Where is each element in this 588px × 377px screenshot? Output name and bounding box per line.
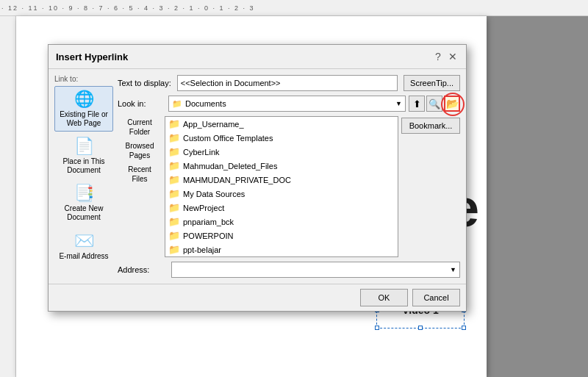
address-row: Address: ▼ [118,262,460,278]
up-one-level-button[interactable]: ⬆ [409,96,425,112]
folder-icon: 📁 [168,216,180,227]
address-input-container[interactable]: ▼ [171,262,460,278]
handle-bl [375,326,379,330]
lookin-folder-icon: 📁 [172,99,182,109]
dialog-titlebar: Insert Hyperlink ? ✕ [49,45,466,69]
lookin-value: Documents [185,99,395,108]
close-button[interactable]: ✕ [447,51,459,62]
text-to-display-label: Text to display: [118,79,171,87]
folder-icon: 📁 [168,202,180,213]
folder-icon: 📁 [168,146,180,157]
sidebar-label-existing-file: Existing File or Web Page [57,110,111,128]
list-item[interactable]: 📁 My Data Sources [165,187,398,201]
recent-files-nav[interactable]: RecentFiles [118,163,162,185]
folder-icon: 📁 [168,160,180,171]
folder-icon: 📁 [168,118,180,129]
sidebar-item-existing-file[interactable]: 🌐 Existing File or Web Page [54,86,113,132]
place-in-doc-icon: 📄 [74,137,94,156]
file-name: pnpariam_bck [183,218,234,226]
ruler-side [0,16,16,377]
lookin-row: Look in: 📁 Documents ▼ ⬆ 🔍 📂 [118,96,460,112]
dialog-main-content: Text to display: ScreenTip... Look in: 📁… [118,75,460,278]
left-navigation: CurrentFolder BrowsedPages RecentFiles [118,116,162,257]
up-level-icon: ⬆ [413,98,421,109]
list-item[interactable]: 📁 NewProject [165,201,398,215]
link-to-sidebar: Link to: 🌐 Existing File or Web Page 📄 P… [54,75,113,278]
list-item[interactable]: 📁 ppt-belajar [165,243,398,256]
file-name: Custom Office Templates [183,134,273,143]
handle-bm [418,326,423,330]
right-buttons: Bookmark... [401,116,460,257]
current-folder-nav[interactable]: CurrentFolder [118,116,162,138]
file-name: App_Username_ [183,120,244,129]
sidebar-label-email-address: E-mail Address [59,252,108,261]
special-folder-icon: 📁 [168,188,180,199]
dialog-title: Insert Hyperlink [56,51,128,62]
ok-button[interactable]: OK [360,289,408,306]
sidebar-label-create-new: Create New Document [57,204,111,222]
help-button[interactable]: ? [432,51,444,62]
ruler-ticks: · 12 · 11 · 10 · 9 · 8 · 7 · 6 · 5 · 4 ·… [1,4,255,12]
sidebar-item-create-new[interactable]: 📑 Create New Document [54,180,113,226]
file-name: Mahmudan_Deleted_Files [183,162,277,170]
lookin-dropdown-icon: ▼ [395,100,402,107]
file-list-container: CurrentFolder BrowsedPages RecentFiles 📁… [118,116,460,257]
ruler-top: · 12 · 11 · 10 · 9 · 8 · 7 · 6 · 5 · 4 ·… [0,0,588,16]
titlebar-actions: ? ✕ [432,51,459,62]
file-name: ppt-belajar [183,245,221,254]
create-new-icon: 📑 [74,184,94,203]
list-item[interactable]: 📁 MAHMUDAN_PRIVATE_DOC [165,173,398,187]
list-item[interactable]: 📁 POWERPOIN [165,229,398,243]
file-list[interactable]: 📁 App_Username_ 📁 Custom Office Template… [165,116,398,257]
link-to-label: Link to: [54,75,113,83]
lookin-icon-group: ⬆ 🔍 📂 [409,96,460,112]
list-item[interactable]: 📁 pnpariam_bck [165,215,398,229]
address-dropdown-icon: ▼ [450,266,456,273]
list-item[interactable]: 📁 CyberLink [165,145,398,159]
text-to-display-input[interactable] [177,75,398,91]
dialog-footer: OK Cancel [49,284,466,311]
screentip-button[interactable]: ScreenTip... [404,75,460,91]
list-item[interactable]: 📁 Custom Office Templates [165,131,398,145]
email-address-icon: ✉️ [74,231,94,251]
sidebar-item-email-address[interactable]: ✉️ E-mail Address [54,227,113,265]
browsed-pages-nav[interactable]: BrowsedPages [118,140,162,162]
sidebar-label-place-in-doc: Place in This Document [57,157,111,175]
file-name: POWERPOIN [183,231,233,240]
address-label: Address: [118,265,165,274]
insert-hyperlink-dialog: Insert Hyperlink ? ✕ Link to: 🌐 Existing… [48,44,467,312]
folder-icon: 📁 [168,132,180,143]
new-folder-button[interactable]: 📂 [444,96,460,112]
file-name: CyberLink [183,148,220,157]
list-item[interactable]: 📁 App_Username_ [165,117,398,131]
file-name: NewProject [183,204,224,212]
lookin-label: Look in: [118,99,165,108]
search-web-button[interactable]: 🔍 [426,96,442,112]
bookmark-button[interactable]: Bookmark... [401,118,460,134]
existing-file-icon: 🌐 [74,90,94,109]
list-item[interactable]: 📁 Mahmudan_Deleted_Files [165,159,398,173]
new-folder-icon: 📂 [446,98,459,109]
lookin-select[interactable]: 📁 Documents ▼ [168,96,406,112]
sidebar-item-place-in-doc[interactable]: 📄 Place in This Document [54,133,113,179]
search-web-icon: 🔍 [429,98,440,109]
text-to-display-row: Text to display: ScreenTip... [118,75,460,91]
folder-icon: 📁 [168,244,180,255]
folder-icon: 📁 [168,174,180,185]
file-name: MAHMUDAN_PRIVATE_DOC [183,176,291,184]
file-name: My Data Sources [183,190,245,198]
cancel-button[interactable]: Cancel [412,289,460,306]
folder-icon: 📁 [168,230,180,241]
dialog-body: Link to: 🌐 Existing File or Web Page 📄 P… [49,69,466,284]
handle-br [462,326,466,330]
